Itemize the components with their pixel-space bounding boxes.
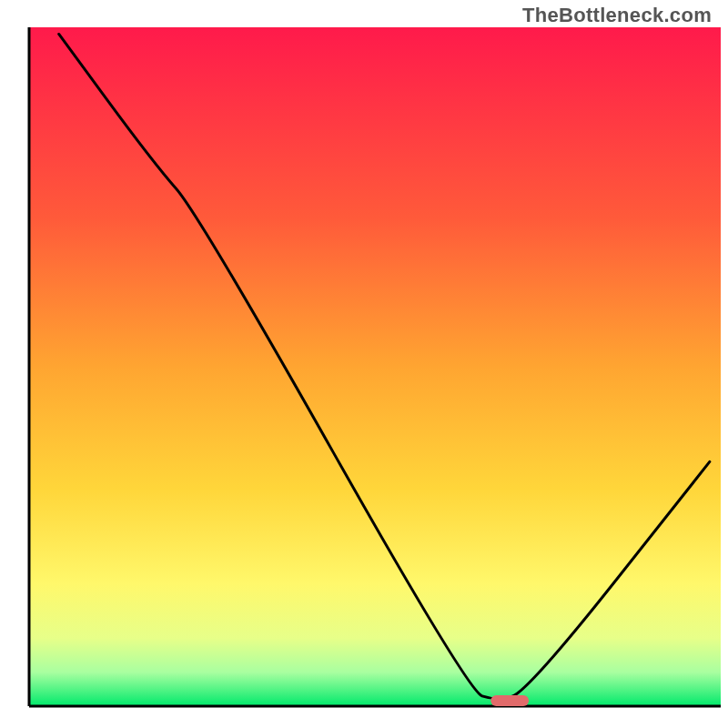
plot-background (29, 27, 721, 706)
bottleneck-chart: TheBottleneck.com (0, 0, 728, 728)
chart-svg (0, 0, 728, 728)
sweet-spot-marker (490, 695, 529, 706)
